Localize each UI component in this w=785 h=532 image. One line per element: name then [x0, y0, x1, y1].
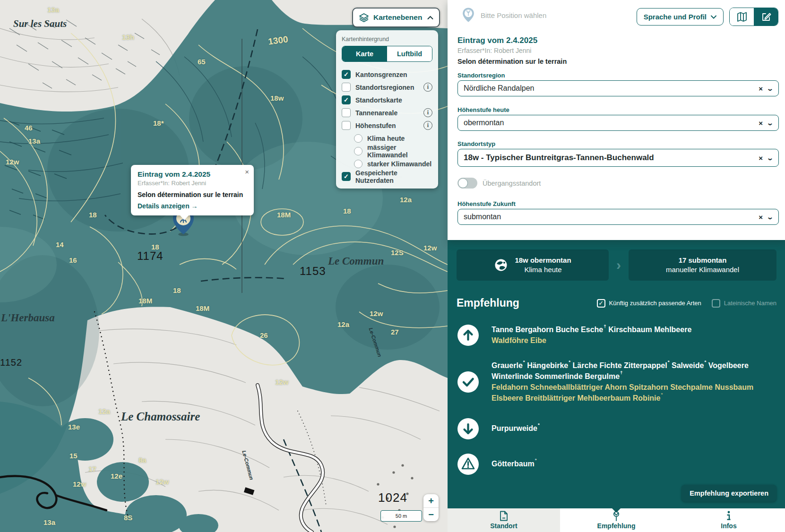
- chevron-down-icon[interactable]: ⌄: [767, 214, 774, 221]
- chevron-down-icon[interactable]: ⌄: [767, 120, 774, 127]
- entry-title: Eintrag vom 2.4.2025: [457, 36, 537, 45]
- layer-checkbox-standortskarte[interactable]: ✓Standortskarte: [342, 94, 432, 106]
- checkbox-checked-icon: ✓: [342, 70, 351, 79]
- map-edit-mode-toggle: [729, 8, 778, 26]
- tab-standort[interactable]: Standort: [448, 508, 560, 532]
- hoehenstufe-zukunft-select[interactable]: submontan × ⌄: [457, 209, 779, 225]
- map-icon: [736, 12, 748, 22]
- uebergangsstandort-label: Übergangsstandort: [483, 180, 541, 187]
- standortstyp-select[interactable]: 18w - Typischer Buntreitgras-Tannen-Buch…: [457, 149, 779, 167]
- species-name: Nussbaum: [715, 383, 753, 391]
- checkbox-checked-icon: ✓: [597, 299, 605, 308]
- species-name: Buche: [556, 326, 579, 334]
- layer-checkbox-kantonsgrenzen[interactable]: ✓Kantonsgrenzen: [342, 68, 432, 81]
- species-name: Tanne: [492, 326, 513, 334]
- zoom-in-button[interactable]: +: [423, 494, 439, 507]
- layer-label: Standortskarte: [355, 96, 432, 104]
- language-profile-button[interactable]: Sprache und Profil: [637, 8, 724, 26]
- map-entry-popup: × Eintrag vom 2.4.2025 Erfasser*In: Robe…: [131, 165, 254, 215]
- close-icon[interactable]: ×: [245, 168, 249, 175]
- checkbox-unchecked-icon: [342, 83, 351, 92]
- chevron-down-icon[interactable]: ⌄: [767, 154, 774, 162]
- chevron-down-icon: [711, 15, 716, 19]
- edit-icon: [761, 12, 771, 22]
- species-name: Stechpalme: [670, 383, 713, 391]
- scenario-current-card[interactable]: 18w obermontan Klima heute: [457, 249, 609, 281]
- clear-icon[interactable]: ×: [759, 154, 763, 162]
- layers-button-label: Kartenebenen: [373, 13, 423, 22]
- species-list: Grauerle* Hängebirke* Lärche Fichte Zitt…: [492, 360, 776, 404]
- globe-icon: [494, 258, 508, 272]
- clear-icon[interactable]: ×: [759, 213, 763, 221]
- position-hint: Bitte Position wählen: [481, 11, 546, 19]
- latin-names-label: Lateinische Namen: [724, 300, 776, 307]
- layer-checkbox-tannenareale[interactable]: Tannenarealei: [342, 106, 432, 119]
- tab-infos[interactable]: Infos: [673, 508, 785, 532]
- map-view-button[interactable]: [730, 8, 754, 26]
- species-name: Bergahorn: [515, 326, 553, 334]
- checkbox-unchecked-icon: [712, 299, 720, 308]
- recommendation-section: 18w obermontan Klima heute › 17 submonta…: [448, 240, 785, 508]
- field-label-hoehenstufe-heute: Höhenstufe heute: [457, 106, 509, 113]
- species-future: Feldahorn Schneeballblättriger Ahorn Spi…: [492, 382, 776, 404]
- species-name: Purpurweide*: [492, 424, 540, 432]
- checkbox-unchecked-icon: [342, 121, 351, 130]
- popup-body: Selon détermination sur le terrain: [138, 191, 247, 198]
- radio-icon: [354, 147, 362, 155]
- clear-icon[interactable]: ×: [759, 85, 763, 93]
- species-name: Fichte: [600, 361, 622, 369]
- uebergangsstandort-toggle[interactable]: [457, 178, 477, 189]
- checkbox-checked-icon: ✓: [342, 172, 351, 181]
- hoehenstufe-heute-select[interactable]: obermontan × ⌄: [457, 115, 779, 131]
- details-link[interactable]: Details anzeigen →: [138, 202, 247, 210]
- zoom-out-button[interactable]: −: [423, 507, 439, 521]
- active-tab-notch: [612, 508, 621, 513]
- hoehenstufe-heute-value: obermontan: [464, 119, 754, 127]
- background-segmented-control: Karte Luftbild: [342, 46, 432, 62]
- scenario-future-card[interactable]: 17 submontan manueller Klimawandel: [629, 249, 776, 281]
- detail-panel: Bitte Position wählen Sprache und Profil: [448, 0, 785, 240]
- chevron-down-icon[interactable]: ⌄: [767, 85, 774, 92]
- export-recommendation-button[interactable]: Empfehlung exportieren: [681, 485, 776, 502]
- aerial-background-option[interactable]: Luftbild: [387, 46, 432, 61]
- layer-checkbox-standortsregionen[interactable]: Standortsregioneni: [342, 81, 432, 94]
- layers-button[interactable]: Kartenebenen: [352, 8, 440, 27]
- species-future: Waldföhre Eibe: [492, 335, 691, 346]
- layer-label: starker Klimawandel: [367, 160, 432, 168]
- standortsregion-value: Nördliche Randalpen: [464, 84, 754, 93]
- layers-icon: [359, 12, 369, 23]
- species-name: Eibe: [530, 336, 546, 344]
- tab-standort-label: Standort: [490, 522, 518, 530]
- latin-names-checkbox[interactable]: Lateinische Namen: [712, 299, 776, 308]
- layer-checkbox-h-henstufen[interactable]: Höhenstufeni: [342, 119, 432, 132]
- future-species-checkbox[interactable]: ✓ Künftig zusätzlich passende Arten: [597, 299, 701, 308]
- layers-panel: Kartenhintergrund Karte Luftbild ✓Kanton…: [336, 30, 438, 189]
- info-icon[interactable]: i: [423, 121, 432, 130]
- species-name: Mehlbeere: [654, 326, 691, 334]
- species-name: Elsbeere: [492, 394, 523, 402]
- profile-button-label: Sprache und Profil: [644, 13, 707, 21]
- info-icon[interactable]: i: [423, 108, 432, 117]
- arrow-up-circle-icon: [457, 325, 479, 346]
- checkbox-unchecked-icon: [342, 108, 351, 117]
- species-name: Robinie°: [633, 394, 663, 402]
- layer-checkbox-gespeicherte-nutzerdaten[interactable]: ✓Gespeicherte Nutzerdaten: [342, 170, 432, 183]
- scenario-future-line2: manueller Klimawandel: [666, 265, 739, 275]
- map-background-option[interactable]: Karte: [342, 46, 387, 61]
- species-name: Lärche: [573, 361, 597, 369]
- species-current: Götterbaum°: [492, 459, 537, 470]
- radio-starker-klimawandel[interactable]: starker Klimawandel: [342, 157, 432, 170]
- species-name: Sommerlinde: [535, 372, 582, 380]
- alert-circle-icon: [457, 454, 479, 475]
- standortsregion-select[interactable]: Nördliche Randalpen × ⌄: [457, 80, 779, 96]
- export-row: Empfehlung exportieren: [457, 485, 776, 502]
- radio-klima-heute[interactable]: Klima heute: [342, 132, 432, 145]
- species-name: Spitzahorn: [629, 383, 668, 391]
- edit-entry-button[interactable]: [754, 8, 778, 26]
- tab-infos-label: Infos: [721, 522, 736, 530]
- clear-icon[interactable]: ×: [759, 119, 763, 127]
- species-name: Waldföhre: [492, 336, 528, 344]
- info-icon[interactable]: i: [423, 83, 432, 92]
- layer-label: Gespeicherte Nutzerdaten: [355, 169, 432, 184]
- radio-m-ssiger-klimawandel[interactable]: mässiger Klimawandel: [342, 145, 432, 157]
